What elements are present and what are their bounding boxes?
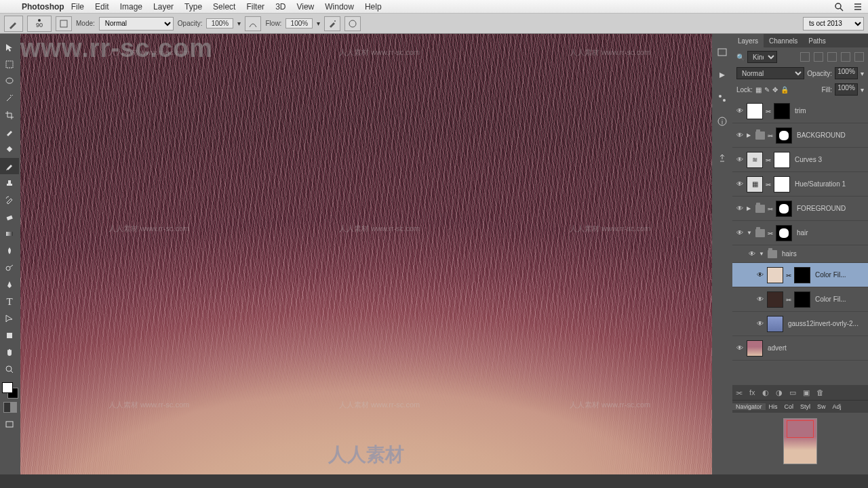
disclosure-arrow-icon[interactable]: ▼	[747, 230, 753, 236]
link-icon[interactable]: ⫘	[765, 157, 772, 163]
type-tool[interactable]: T	[0, 293, 19, 310]
layer-mask[interactable]	[774, 176, 790, 192]
lock-pixels-icon[interactable]: ✎	[764, 86, 770, 94]
properties-panel-icon[interactable]	[715, 91, 730, 106]
link-icon[interactable]: ⫘	[765, 108, 772, 115]
tool-preset-picker[interactable]	[4, 16, 23, 32]
visibility-icon[interactable]: 👁	[735, 156, 745, 163]
delete-layer-icon[interactable]: 🗑	[816, 388, 824, 396]
layer-mask[interactable]	[794, 267, 810, 283]
layer-row-hairs-subgroup[interactable]: 👁 ▼ hairs	[732, 245, 868, 263]
fill-value[interactable]: 100%	[835, 83, 858, 96]
spotlight-icon[interactable]	[834, 2, 844, 12]
filter-kind-select[interactable]: Kind	[747, 51, 777, 63]
screenmode-toggle[interactable]	[0, 416, 19, 432]
layer-row-advert[interactable]: 👁 advert	[732, 336, 868, 361]
crop-tool[interactable]	[0, 107, 19, 123]
visibility-icon[interactable]: 👁	[735, 205, 745, 212]
menu-layer[interactable]: Layer	[153, 2, 174, 12]
layer-name[interactable]: Color Fil...	[815, 296, 865, 303]
lock-all-icon[interactable]: 🔒	[781, 86, 789, 94]
pressure-size-icon[interactable]	[344, 16, 361, 31]
menu-edit[interactable]: Edit	[95, 2, 109, 12]
menu-filter[interactable]: Filter	[246, 2, 264, 12]
menu-image[interactable]: Image	[120, 2, 142, 12]
menu-view[interactable]: View	[296, 2, 314, 12]
new-layer-icon[interactable]: ▣	[803, 388, 810, 397]
filter-smart-icon[interactable]	[854, 52, 864, 62]
move-tool[interactable]	[0, 39, 19, 56]
opacity-dropdown-icon[interactable]: ▾	[237, 20, 241, 27]
brush-tool[interactable]	[0, 158, 19, 174]
visibility-icon[interactable]: 👁	[735, 180, 745, 188]
blend-mode-select[interactable]: Normal	[99, 17, 174, 30]
layer-mask[interactable]	[774, 152, 790, 168]
path-select-tool[interactable]	[0, 310, 19, 327]
visibility-icon[interactable]: 👁	[755, 271, 765, 279]
gradient-tool[interactable]	[0, 226, 19, 242]
visibility-icon[interactable]: 👁	[755, 320, 765, 327]
layer-name[interactable]: hairs	[782, 250, 865, 258]
lock-trans-icon[interactable]: ▦	[755, 86, 762, 94]
menu-3d[interactable]: 3D	[275, 2, 285, 12]
layer-row-colorfill2[interactable]: 👁 ⫘ Color Fil...	[732, 287, 868, 312]
filter-shape-icon[interactable]	[841, 52, 850, 62]
lasso-tool[interactable]	[0, 73, 19, 89]
disclosure-arrow-icon[interactable]: ▶	[747, 205, 753, 211]
stamp-tool[interactable]	[0, 175, 19, 191]
menu-list-icon[interactable]	[853, 2, 863, 12]
layer-name[interactable]: hair	[797, 229, 865, 237]
link-icon[interactable]: ⫘	[785, 272, 792, 279]
tab-layers[interactable]: Layers	[732, 34, 764, 47]
layer-row-curves3[interactable]: 👁 ≋ ⫘ Curves 3	[732, 148, 868, 172]
visibility-icon[interactable]: 👁	[735, 131, 745, 139]
flow-value[interactable]: 100%	[285, 18, 313, 28]
menu-window[interactable]: Window	[325, 2, 354, 12]
layer-name[interactable]: trim	[795, 107, 865, 115]
lock-pos-icon[interactable]: ✥	[772, 86, 778, 94]
pen-tool[interactable]	[0, 277, 19, 293]
add-mask-icon[interactable]: ◐	[762, 388, 769, 397]
opacity-value[interactable]: 100%	[206, 18, 233, 28]
layer-name[interactable]: Curves 3	[795, 156, 865, 163]
fx-icon[interactable]: fx	[749, 388, 755, 396]
navigator-thumbnail[interactable]	[783, 418, 817, 464]
layer-opacity-value[interactable]: 100%	[835, 67, 858, 79]
layer-mask[interactable]	[776, 127, 792, 144]
layer-row-foreground-group[interactable]: 👁 ▶ ⫘ FOREGROUND	[732, 197, 868, 221]
visibility-icon[interactable]: 👁	[735, 107, 745, 115]
layer-row-hair-group[interactable]: 👁 ▼ ⫘ hair	[732, 221, 868, 245]
brush-preset-picker[interactable]: 90	[27, 16, 52, 32]
document-canvas[interactable]: 人人素材 www.rr-sc.com 人人素材 www.rr-sc.com 人人…	[20, 34, 712, 474]
visibility-icon[interactable]: 👁	[747, 250, 757, 258]
layer-mask[interactable]	[774, 103, 790, 119]
link-icon[interactable]: ⫘	[767, 205, 774, 212]
layer-mask[interactable]	[794, 291, 810, 308]
eyedropper-tool[interactable]	[0, 124, 19, 140]
filter-type-icon[interactable]	[827, 52, 837, 62]
menu-type[interactable]: Type	[184, 2, 202, 12]
visibility-icon[interactable]: 👁	[735, 344, 745, 352]
tab-channels[interactable]: Channels	[764, 34, 803, 47]
layer-name[interactable]: BACKGROUND	[797, 131, 865, 139]
link-layers-icon[interactable]: ⫘	[735, 388, 743, 396]
marquee-tool[interactable]	[0, 56, 19, 73]
new-adj-icon[interactable]: ◑	[776, 388, 783, 397]
opacity-arrow-icon[interactable]: ▾	[861, 70, 864, 77]
layer-name[interactable]: FOREGROUND	[797, 205, 865, 212]
history-brush-tool[interactable]	[0, 192, 19, 208]
link-icon[interactable]: ⫘	[765, 181, 772, 188]
pressure-opacity-icon[interactable]	[245, 16, 261, 31]
flow-dropdown-icon[interactable]: ▾	[317, 20, 320, 27]
dodge-tool[interactable]	[0, 260, 19, 276]
tab-color[interactable]: Col	[781, 403, 797, 410]
character-panel-icon[interactable]	[715, 150, 730, 165]
menu-file[interactable]: File	[71, 2, 84, 12]
actions-panel-icon[interactable]	[715, 68, 730, 83]
layer-row-gauss[interactable]: 👁 gauss12invert-ovrly-2...	[732, 312, 868, 336]
fill-arrow-icon[interactable]: ▾	[861, 86, 864, 94]
filter-pixel-icon[interactable]	[800, 52, 810, 62]
layer-row-background-group[interactable]: 👁 ▶ ⫘ BACKGROUND	[732, 123, 868, 148]
tab-navigator[interactable]: Navigator	[732, 403, 766, 410]
tab-adjustments[interactable]: Adj	[829, 403, 845, 410]
